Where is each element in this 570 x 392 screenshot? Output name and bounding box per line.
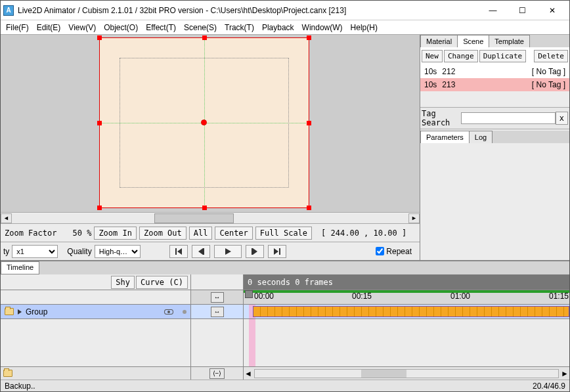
time-display: 0 seconds 0 frames [244,274,569,290]
timeline-clip[interactable] [253,306,569,317]
timeline-nav-button[interactable]: ⟨−⟩ [209,368,225,379]
menu-scene[interactable]: Scene(S) [181,22,219,33]
tab-template[interactable]: Template [489,35,530,47]
step-fwd-button[interactable] [246,245,264,258]
close-button[interactable]: ✕ [537,1,567,20]
track-span-icon[interactable]: ↔ [211,307,224,317]
visibility-icon[interactable] [164,309,173,315]
repeat-label: Repeat [386,247,412,256]
window-title: Live2D Animator / Cubism 2.1.01 / 32bit … [18,6,478,15]
minimize-button[interactable]: — [478,1,508,20]
repeat-checkbox[interactable]: Repeat [376,247,412,256]
track-span-icon[interactable]: ↔ [211,292,224,303]
maximize-button[interactable]: ☐ [508,1,537,20]
step-back-button[interactable] [192,245,210,258]
go-start-button[interactable] [169,245,188,258]
tag-search-clear-button[interactable]: x [556,112,568,125]
handle-mid-left[interactable] [97,121,102,125]
scene-row[interactable]: 10s 213 [ No Tag ] [420,78,569,91]
canvas-h-scrollbar[interactable]: ◄ ► [1,212,420,223]
shy-button[interactable]: Shy [111,276,135,289]
quality-select[interactable]: High-q… [95,245,141,258]
curve-button[interactable]: Curve (C) [136,276,188,289]
cursor-coords: [ 244.00 , 10.00 ] [321,229,406,238]
menu-edit[interactable]: Edit(E) [34,22,64,33]
tab-timeline[interactable]: Timeline [1,261,39,274]
scene-change-button[interactable]: Change [444,50,478,62]
scroll-left-icon[interactable]: ◄ [244,369,253,378]
work-area-bar[interactable] [244,290,569,293]
zoom-out-button[interactable]: Zoom Out [139,227,186,240]
timeline-h-scrollbar[interactable] [254,369,559,378]
tag-search-input[interactable] [461,112,556,124]
repeat-input[interactable] [376,247,384,255]
play-toolbar: ty x1 Quality High-q… Repeat [1,242,420,260]
zoom-toolbar: Zoom Factor 50 % Zoom In Zoom Out All Ce… [1,223,420,242]
scroll-right-icon[interactable]: ► [408,213,420,223]
track-lane[interactable] [244,305,569,318]
scroll-thumb[interactable] [361,370,406,378]
svg-marker-5 [253,248,257,255]
menu-view[interactable]: View(V) [66,22,99,33]
ruler-tick: 00:00 [254,292,274,301]
scene-delete-button[interactable]: Delete [534,50,568,62]
time-ruler[interactable]: 00:00 00:15 01:00 01:15 [244,290,569,304]
canvas-viewport[interactable] [1,35,420,212]
scene-row[interactable]: 10s 212 [ No Tag ] [420,65,569,78]
menu-file[interactable]: File(F) [3,22,32,33]
scroll-thumb[interactable] [154,213,234,223]
tab-log[interactable]: Log [469,131,493,143]
handle-top-left[interactable] [97,35,102,40]
menu-window[interactable]: Window(W) [299,22,345,33]
scroll-right-icon[interactable]: ► [560,369,569,378]
menu-object[interactable]: Object(O) [101,22,141,33]
status-left: Backup.. [5,381,35,391]
expand-icon[interactable] [18,309,22,315]
menu-playback[interactable]: Playback [259,22,297,33]
folder-icon[interactable] [3,370,12,377]
title-bar: A Live2D Animator / Cubism 2.1.01 / 32bi… [1,1,569,20]
svg-rect-3 [203,248,204,255]
menu-track[interactable]: Track(T) [222,22,257,33]
handle-bot-left[interactable] [97,206,102,210]
zoom-all-button[interactable]: All [189,227,213,240]
lock-dot-icon[interactable] [183,310,186,314]
menu-effect[interactable]: Effect(T) [143,22,179,33]
playhead[interactable] [244,290,253,304]
svg-rect-8 [279,248,280,255]
scroll-left-icon[interactable]: ◄ [1,213,12,223]
scene-id: 212 [442,67,455,76]
tab-material[interactable]: Material [420,35,458,47]
menu-help[interactable]: Help(H) [348,22,380,33]
tab-parameters[interactable]: Parameters [420,131,470,143]
handle-top-mid[interactable] [202,35,207,40]
tab-scene[interactable]: Scene [457,35,489,47]
svg-marker-2 [198,248,203,255]
scene-tag: [ No Tag ] [532,80,565,89]
handle-top-right[interactable] [307,35,311,40]
parameters-panel [420,143,569,260]
playhead-line[interactable] [249,319,255,366]
play-button[interactable] [214,245,242,258]
scene-tag: [ No Tag ] [532,67,565,76]
canvas-bounds[interactable] [99,37,309,208]
track-header[interactable]: Group [1,305,191,318]
folder-icon [5,308,14,315]
ruler-tick: 01:00 [450,292,470,301]
handle-mid-right[interactable] [307,121,311,125]
ruler-tick: 01:15 [549,292,569,301]
zoom-in-button[interactable]: Zoom In [94,227,137,240]
quality-label: Quality [67,247,91,256]
zoom-fullscale-button[interactable]: Full Scale [255,227,312,240]
scene-duplicate-button[interactable]: Duplicate [479,50,527,62]
scene-id: 213 [442,80,455,89]
handle-bot-right[interactable] [307,206,311,210]
scene-new-button[interactable]: New [422,50,443,62]
handle-bot-mid[interactable] [202,206,207,210]
zoom-label: Zoom Factor [5,229,56,238]
timeline-panel: Timeline Shy Curve (C) 0 seconds 0 frame… [1,260,569,380]
zoom-center-button[interactable]: Center [215,227,252,240]
handle-center[interactable] [201,120,207,125]
go-end-button[interactable] [268,245,286,258]
ty-select[interactable]: x1 [12,245,58,258]
